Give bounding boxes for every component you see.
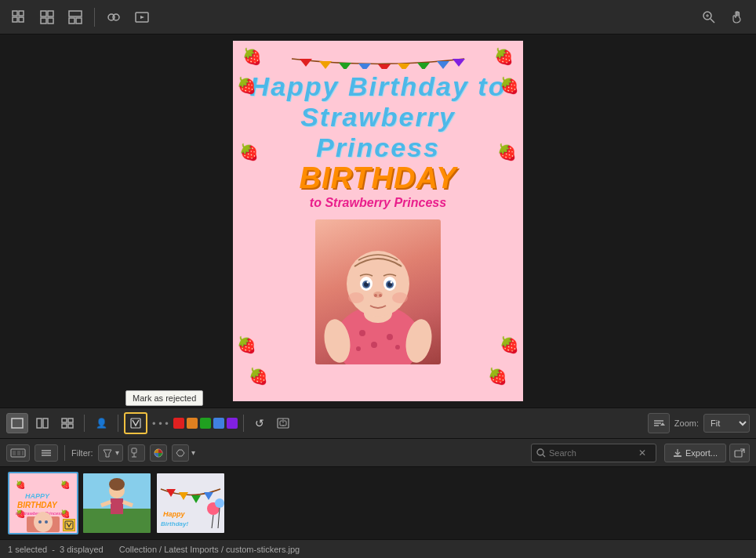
sticker-button[interactable]	[273, 413, 293, 433]
filter-bar: Filter: ▾ ▾	[0, 439, 756, 467]
svg-rect-10	[76, 18, 82, 24]
thumb-inner-2	[83, 473, 151, 533]
color-orange[interactable]	[187, 418, 198, 429]
main-image-area: 🍓 🍓 🍓 🍓 🍓 🍓 🍓 🍓 🍓 🍓	[0, 34, 756, 408]
filter-dropdown[interactable]: ▾	[98, 444, 123, 462]
svg-text:🍓: 🍓	[16, 480, 26, 490]
svg-rect-68	[17, 451, 20, 455]
subtitle-text: to Strawberry Princess	[241, 196, 515, 210]
svg-text:HAPPY: HAPPY	[25, 492, 50, 500]
export-button[interactable]: Export...	[664, 444, 726, 462]
svg-rect-51	[12, 418, 23, 428]
tag2-button[interactable]	[172, 444, 189, 462]
svg-rect-9	[69, 18, 75, 24]
color-labels	[173, 418, 238, 429]
svg-point-47	[348, 292, 364, 303]
svg-text:BIRTHDAY: BIRTHDAY	[17, 501, 58, 509]
strawberry-deco-3: 🍓	[237, 76, 256, 95]
svg-point-111	[215, 498, 224, 508]
svg-rect-55	[68, 418, 73, 422]
svg-rect-5	[48, 11, 53, 16]
svg-text:Birthday!: Birthday!	[161, 520, 188, 527]
svg-marker-19	[300, 59, 312, 67]
tag-button[interactable]	[128, 444, 145, 462]
svg-point-30	[371, 342, 377, 348]
color-filter-button[interactable]	[150, 444, 167, 462]
svg-point-46	[379, 294, 382, 297]
compare-button[interactable]	[101, 5, 126, 30]
color-red[interactable]	[173, 418, 184, 429]
svg-point-31	[387, 334, 393, 340]
svg-rect-67	[13, 451, 16, 455]
svg-point-45	[374, 294, 377, 297]
filter-label: Filter:	[71, 448, 93, 458]
grid-large-button[interactable]	[63, 5, 88, 30]
view-single-button[interactable]	[6, 413, 28, 433]
strawberry-deco-2: 🍓	[494, 47, 514, 66]
strawberry-deco-1: 🍓	[242, 47, 262, 66]
view-grid-button[interactable]	[56, 413, 78, 433]
svg-rect-1	[19, 11, 24, 16]
pan-button[interactable]	[725, 5, 750, 30]
svg-line-79	[543, 455, 545, 457]
svg-marker-14	[140, 16, 144, 19]
svg-marker-22	[358, 63, 371, 69]
filmstrip-button[interactable]	[6, 444, 30, 462]
svg-point-43	[391, 281, 393, 284]
image-display: 🍓 🍓 🍓 🍓 🍓 🍓 🍓 🍓 🍓 🍓	[233, 41, 523, 401]
banner-text-area: Happy Birthday to Strawberry Princess BI…	[241, 71, 515, 213]
color-blue[interactable]	[213, 418, 224, 429]
view-double-button[interactable]	[31, 413, 53, 433]
grid-medium-button[interactable]	[35, 5, 60, 30]
color-green[interactable]	[200, 418, 211, 429]
bottom-right-controls: Zoom: Fit Fill 25% 50% 75% 100% 200%	[648, 413, 750, 433]
svg-rect-6	[41, 18, 46, 24]
strawberry-deco-10: 🍓	[488, 367, 507, 386]
svg-rect-69	[22, 451, 24, 455]
zoom-button[interactable]	[696, 5, 721, 30]
thumbnail-2[interactable]	[82, 472, 152, 534]
svg-rect-7	[48, 18, 53, 24]
strawberry-deco-7: 🍓	[237, 335, 256, 354]
svg-rect-53	[43, 418, 48, 428]
svg-line-16	[711, 19, 714, 23]
svg-point-42	[367, 281, 369, 284]
mark-rejected-button[interactable]: Mark as rejected	[124, 412, 147, 434]
separator-1	[94, 8, 95, 27]
zoom-select[interactable]: Fit Fill 25% 50% 75% 100% 200%	[703, 414, 750, 433]
reject-btn-container: Mark as rejected	[124, 412, 147, 434]
happy-text: Happy Birthday to Strawberry Princess	[241, 71, 515, 163]
status-bar: 1 selected - 3 displayed Collection / La…	[0, 539, 756, 558]
svg-point-92	[38, 520, 42, 524]
strawberry-deco-8: 🍓	[500, 335, 519, 354]
thumbnail-1[interactable]: 🍓 🍓 🍓 🍓 HAPPY BIRTHDAY to Strawberry Pri…	[8, 472, 78, 534]
svg-rect-4	[41, 11, 46, 16]
svg-text:Happy: Happy	[163, 510, 186, 518]
grid-small-button[interactable]	[6, 5, 31, 30]
birthday-card: 🍓 🍓 🍓 🍓 🍓 🍓 🍓 🍓 🍓 🍓	[233, 41, 523, 401]
thumbnail-strip: 🍓 🍓 🍓 🍓 HAPPY BIRTHDAY to Strawberry Pri…	[0, 467, 756, 539]
slideshow-button[interactable]	[129, 5, 154, 30]
search-clear-button[interactable]: ✕	[638, 447, 646, 458]
birthday-text: BIRTHDAY	[241, 163, 515, 193]
refresh-button[interactable]: ↺	[249, 413, 270, 433]
filter-arrow-down[interactable]: ▾	[191, 448, 195, 457]
thumbnail-3[interactable]: Happy Birthday!	[155, 472, 226, 534]
svg-rect-57	[68, 424, 73, 428]
compare-faces-button[interactable]: 👤	[90, 413, 112, 433]
svg-rect-54	[62, 418, 67, 422]
top-toolbar-right	[696, 5, 750, 30]
svg-point-93	[45, 520, 48, 524]
search-input[interactable]	[549, 448, 635, 458]
svg-rect-56	[62, 424, 67, 428]
open-external-button[interactable]	[729, 444, 750, 462]
sep-2	[118, 415, 118, 432]
color-purple[interactable]	[227, 418, 238, 429]
svg-rect-0	[13, 11, 17, 16]
sort-button[interactable]	[648, 413, 670, 433]
list-button[interactable]	[35, 444, 58, 462]
filter-sep-1	[64, 445, 65, 461]
selected-count: 1 selected - 3 displayed	[8, 545, 104, 554]
svg-marker-23	[378, 64, 391, 69]
baby-photo	[315, 219, 441, 364]
